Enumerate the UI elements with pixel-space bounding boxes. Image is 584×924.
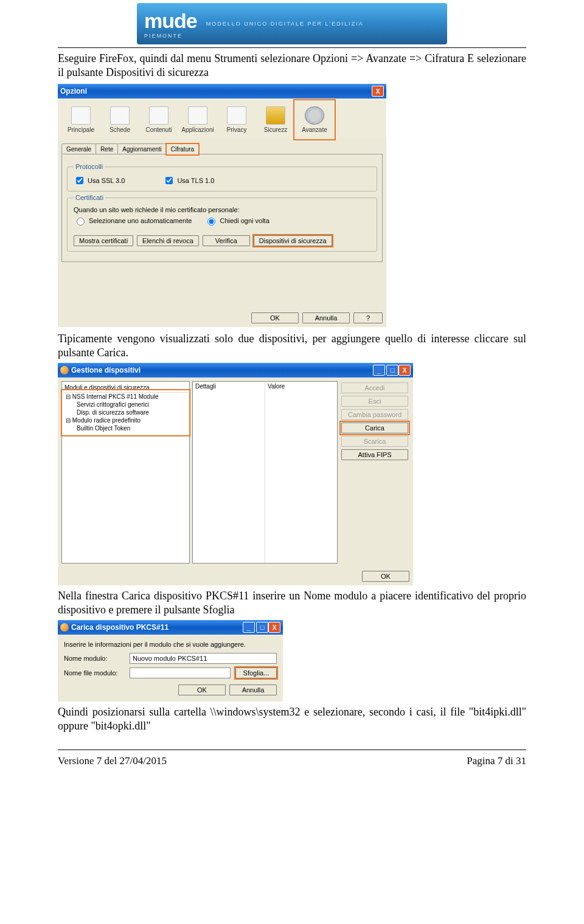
pkcs-window: Carica dispositivo PKCS#11 _ □ X Inserir… xyxy=(58,620,283,702)
tb-schede[interactable]: Schede xyxy=(100,101,139,139)
btn-revocation[interactable]: Elenchi di revoca xyxy=(137,235,199,246)
maximize-icon: □ xyxy=(256,622,268,633)
firefox-icon xyxy=(60,366,69,374)
cancel-button[interactable]: Annulla xyxy=(302,312,350,323)
pkcs-body: Inserire le informazioni per il modulo c… xyxy=(58,635,283,702)
gear-icon xyxy=(305,106,324,125)
page-icon xyxy=(149,106,169,125)
options-window: Opzioni X Principale Schede Contenuti Ap… xyxy=(58,84,386,327)
apps-icon xyxy=(188,106,207,125)
btn-sfoglia[interactable]: Sfoglia... xyxy=(235,667,277,678)
monitor-icon xyxy=(71,106,91,125)
col-dettagli: Dettagli xyxy=(193,382,265,563)
tree-leaf[interactable]: Builtin Object Token xyxy=(63,424,188,432)
tree-node[interactable]: ⊟ Modulo radice predefinito xyxy=(63,416,188,424)
certificates-fieldset: Certificati Quando un sito web richiede … xyxy=(67,194,377,252)
input-nome-modulo[interactable] xyxy=(130,653,277,664)
header: mude PIEMONTE MODELLO UNICO DIGITALE PER… xyxy=(0,0,584,46)
close-icon[interactable]: X xyxy=(372,86,384,97)
tab-aggiornamenti[interactable]: Aggiornamenti xyxy=(117,143,166,154)
tb-applicazioni[interactable]: Applicazioni xyxy=(178,101,217,139)
col-valore: Valore xyxy=(265,382,337,563)
titlebar-text: Carica dispositivo PKCS#11 xyxy=(71,623,169,632)
options-toolbar: Principale Schede Contenuti Applicazioni… xyxy=(58,98,386,139)
input-nome-file[interactable] xyxy=(130,667,231,678)
options-buttons: OK Annulla ? xyxy=(58,309,386,327)
btn-scarica: Scarica xyxy=(341,436,408,447)
cancel-button[interactable]: Annulla xyxy=(229,684,277,695)
help-button[interactable]: ? xyxy=(353,312,383,323)
subtabs: Generale Rete Aggiornamenti Cifratura xyxy=(58,139,386,154)
pkcs-instruction: Inserire le informazioni per il modulo c… xyxy=(64,641,277,648)
label-nome-file: Nome file modulo: xyxy=(64,669,125,677)
paragraph-2: Tipicamente vengono visualizzati solo du… xyxy=(58,332,526,359)
ok-button[interactable]: OK xyxy=(251,312,299,323)
tree-leaf[interactable]: Servizi crittografici generici xyxy=(63,401,188,409)
device-manager-window: Gestione dispositivi _ □ X Moduli e disp… xyxy=(58,363,413,585)
protocols-legend: Protocolli xyxy=(74,163,105,170)
rule-bottom xyxy=(58,750,526,750)
btn-verify[interactable]: Verifica xyxy=(203,235,250,246)
titlebar: Carica dispositivo PKCS#11 _ □ X xyxy=(58,620,283,635)
btn-esci: Esci xyxy=(341,396,408,407)
minimize-icon[interactable]: _ xyxy=(243,622,255,633)
tree-leaf[interactable]: Disp. di sicurezza software xyxy=(63,409,188,416)
titlebar-text: Gestione dispositivi xyxy=(71,366,141,374)
rule-top xyxy=(58,47,526,48)
tab-rete[interactable]: Rete xyxy=(96,143,118,154)
close-icon[interactable]: X xyxy=(398,365,411,376)
tb-principale[interactable]: Principale xyxy=(61,101,100,139)
btn-security-devices[interactable]: Dispositivi di sicurezza xyxy=(254,235,332,246)
firefox-icon xyxy=(60,623,69,632)
device-body: Moduli e dispositivi di sicurezza ⊟ NSS … xyxy=(58,378,413,567)
btn-fips[interactable]: Attiva FIPS xyxy=(341,449,408,460)
device-ok-row: OK xyxy=(58,567,413,585)
device-details: Dettagli Valore xyxy=(192,381,338,564)
radio-ask[interactable]: Chiedi ogni volta xyxy=(204,216,269,226)
close-icon[interactable]: X xyxy=(268,622,280,633)
tab-generale[interactable]: Generale xyxy=(61,143,96,154)
device-buttons: Accedi Esci Cambia password Carica Scari… xyxy=(340,381,409,564)
btn-carica[interactable]: Carica xyxy=(341,422,408,433)
btn-show-certs[interactable]: Mostra certificati xyxy=(74,235,133,246)
logo-brand: mude xyxy=(144,9,197,33)
logo-sub1: PIEMONTE xyxy=(144,33,197,39)
tb-privacy[interactable]: Privacy xyxy=(217,101,256,139)
titlebar: Opzioni X xyxy=(58,84,386,98)
paragraph-1: Eseguire FireFox, quindi dal menu Strume… xyxy=(58,52,526,79)
paragraph-4: Quindi posizionarsi sulla cartella \\win… xyxy=(58,705,526,733)
tree-node[interactable]: ⊟ NSS Internal PKCS #11 Module xyxy=(63,393,188,401)
ok-button[interactable]: OK xyxy=(362,571,409,582)
titlebar-text: Opzioni xyxy=(60,87,87,95)
tb-sicurezza[interactable]: Sicurezz xyxy=(256,101,295,139)
mask-icon xyxy=(227,106,246,125)
minimize-icon[interactable]: _ xyxy=(373,365,385,376)
protocols-fieldset: Protocolli Usa SSL 3.0 Usa TLS 1.0 xyxy=(67,163,377,191)
label-nome-modulo: Nome modulo: xyxy=(64,655,125,662)
btn-cambia: Cambia password xyxy=(341,409,408,420)
lock-icon xyxy=(266,106,285,125)
footer-right: Pagina 7 di 31 xyxy=(467,755,526,767)
ok-button[interactable]: OK xyxy=(178,684,226,695)
radio-auto[interactable]: Selezionane uno automaticamente xyxy=(74,216,192,226)
ssl-checkbox[interactable]: Usa SSL 3.0 xyxy=(74,175,125,186)
tls-checkbox[interactable]: Usa TLS 1.0 xyxy=(163,175,214,186)
device-tree: Moduli e dispositivi di sicurezza ⊟ NSS … xyxy=(61,381,190,564)
tb-avanzate[interactable]: Avanzate xyxy=(295,101,334,139)
options-content: Protocolli Usa SSL 3.0 Usa TLS 1.0 Certi… xyxy=(61,154,383,262)
paragraph-3: Nella finestra Carica dispositivo PKCS#1… xyxy=(58,589,526,616)
footer: Versione 7 del 27/04/2015 Pagina 7 di 31 xyxy=(0,751,584,773)
titlebar: Gestione dispositivi _ □ X xyxy=(58,363,413,378)
tab-cifratura[interactable]: Cifratura xyxy=(166,143,199,154)
footer-left: Versione 7 del 27/04/2015 xyxy=(58,755,167,767)
cert-instruction: Quando un sito web richiede il mio certi… xyxy=(74,206,370,213)
tree-header: Moduli e dispositivi di sicurezza xyxy=(63,383,188,393)
certificates-legend: Certificati xyxy=(74,194,105,201)
tabs-icon xyxy=(110,106,130,125)
tb-contenuti[interactable]: Contenuti xyxy=(139,101,178,139)
logo-banner: mude PIEMONTE MODELLO UNICO DIGITALE PER… xyxy=(137,3,447,44)
btn-accedi: Accedi xyxy=(341,382,408,393)
maximize-icon[interactable]: □ xyxy=(386,365,398,376)
logo-sub2: MODELLO UNICO DIGITALE PER L'EDILIZIA xyxy=(206,21,364,27)
